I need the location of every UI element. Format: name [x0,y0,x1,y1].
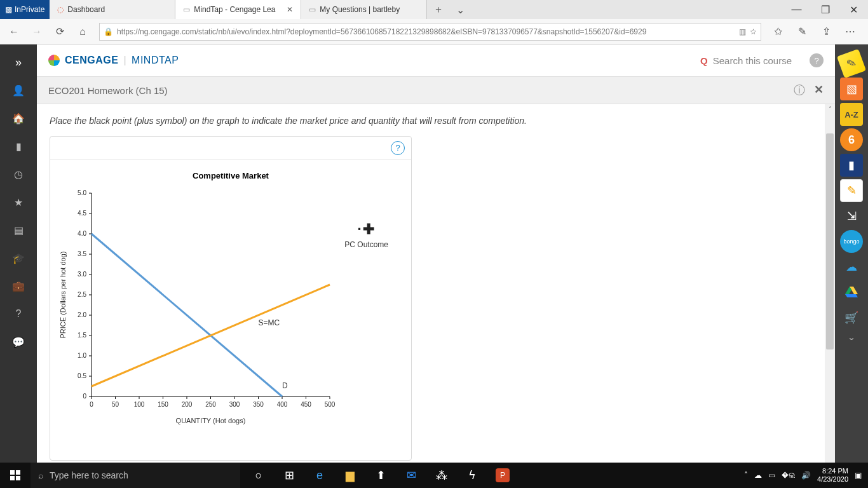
address-bar[interactable]: 🔒 https://ng.cengage.com/static/nb/ui/ev… [99,23,761,41]
rail-compass-icon[interactable]: ◷ [0,160,37,188]
taskbar-clock[interactable]: 8:24 PM 4/23/2020 [817,467,848,484]
edge-icon[interactable]: e [305,463,334,488]
windows-taskbar: ⌕ Type here to search ○ ⊞ e ▆ ⬆ ✉ ⁂ ϟ P … [0,463,868,488]
bongo-tool-icon[interactable]: bongo [840,230,863,253]
info-icon[interactable]: ⓘ [794,83,805,98]
favorites-hub-icon[interactable]: ✩ [768,22,788,42]
rail-collapse-icon[interactable]: ˇ [840,332,863,355]
tray-cloud-icon[interactable]: ☁ [754,471,762,480]
window-close-button[interactable]: ✕ [839,0,868,19]
nav-home-button[interactable]: ⌂ [72,22,93,42]
left-nav-rail: » 👤 🏠 ▮ ◷ ★ ▤ 🎓 💼 ? 💬 [0,44,37,463]
rail-home-icon[interactable]: 🏠 [0,104,37,132]
legend-pc-outcome[interactable]: ·✚ PC Outcome [344,222,388,249]
rail-expand-button[interactable]: » [0,48,37,76]
highlighter-tool-icon[interactable]: ✎ [837,49,866,78]
rail-profile-icon[interactable]: 👤 [0,76,37,104]
close-assignment-icon[interactable]: ✕ [814,83,824,98]
reading-view-icon[interactable]: ▥ [739,27,746,36]
graph-help-button[interactable]: ? [391,141,405,155]
svg-text:5.0: 5.0 [78,189,86,196]
svg-text:4.5: 4.5 [78,210,86,217]
scrollbar-thumb[interactable] [826,133,834,349]
rail-briefcase-icon[interactable]: 💼 [0,272,37,300]
window-minimize-button[interactable]: — [782,0,811,19]
svg-text:1.0: 1.0 [78,352,86,359]
tab-favicon: ◌ [57,5,64,14]
browser-tab-1[interactable]: ▭ MindTap - Cengage Lea ✕ [175,0,301,19]
svg-marker-52 [845,294,858,297]
browser-tab-0[interactable]: ◌ Dashboard [50,0,175,19]
mail-icon[interactable]: ✉ [397,463,426,488]
google-drive-tool-icon[interactable] [840,281,863,304]
svg-text:400: 400 [277,401,288,408]
tray-wifi-icon[interactable]: �ଲ [782,471,795,480]
rail-star-icon[interactable]: ★ [0,188,37,216]
rail-grad-icon[interactable]: 🎓 [0,244,37,272]
window-maximize-button[interactable]: ❐ [811,0,839,19]
more-icon[interactable]: ⋯ [840,22,860,42]
notes-tool-icon[interactable]: ✎ [840,179,863,202]
svg-text:3.5: 3.5 [78,250,86,257]
store-icon[interactable]: ⬆ [366,463,395,488]
nav-refresh-button[interactable]: ⟳ [50,22,70,42]
rail-book-icon[interactable]: ▮ [0,132,37,160]
tray-battery-icon[interactable]: ▭ [768,471,775,480]
tray-chevron-icon[interactable]: ˄ [744,471,748,480]
cengage-logo-icon [48,55,60,66]
share-icon[interactable]: ⇪ [816,22,836,42]
new-tab-button[interactable]: ＋ [427,0,450,19]
cast-tool-icon[interactable]: ⇲ [840,205,863,227]
taskbar-search[interactable]: ⌕ Type here to search [31,463,240,488]
help-button[interactable]: ? [810,53,824,67]
file-explorer-icon[interactable]: ▆ [336,463,365,488]
chart-canvas[interactable]: 00.51.01.52.02.53.03.54.04.55.0050100150… [57,187,336,428]
rail-help-icon[interactable]: ? [0,300,37,328]
course-search[interactable]: Q Search this course [700,55,792,66]
svg-text:2.5: 2.5 [78,291,86,298]
svg-text:0.5: 0.5 [78,372,86,379]
tray-volume-icon[interactable]: 🔊 [801,471,811,480]
brand-block: CENGAGE | MINDTAP [48,55,179,66]
inprivate-icon: ▩ [5,5,12,14]
rail-openbook-icon[interactable]: ▤ [0,216,37,244]
notifications-icon[interactable]: ▣ [855,471,862,480]
svg-text:300: 300 [229,401,240,408]
favorite-star-icon[interactable]: ☆ [750,27,757,36]
windows-logo-icon [10,470,20,480]
dropbox-icon[interactable]: ⁂ [427,463,456,488]
brand-product: MINDTAP [132,55,179,66]
glossary-tool-icon[interactable]: A-Z [840,103,863,126]
app-icon-1[interactable]: ϟ [458,463,487,488]
search-icon: Q [700,55,708,66]
tabs-chevron-icon[interactable]: ⌄ [450,0,471,19]
circle-tool-icon[interactable]: 6 [840,128,863,151]
taskbar-search-placeholder: Type here to search [50,470,128,480]
cortana-icon[interactable]: ○ [244,463,273,488]
cart-tool-icon[interactable]: 🛒 [840,306,863,329]
rss-tool-icon[interactable]: ▧ [840,78,863,100]
svg-text:250: 250 [205,401,216,408]
powerpoint-icon[interactable]: P [496,468,510,482]
nav-back-button[interactable]: ← [4,22,24,42]
start-button[interactable] [0,463,31,488]
rail-chat-icon[interactable]: 💬 [0,328,37,356]
tab-favicon: ▭ [309,5,316,14]
tab-close-icon[interactable]: ✕ [287,5,293,14]
browser-tab-2[interactable]: ▭ My Questions | bartleby [301,0,427,19]
brand-separator: | [123,55,126,66]
cloud-tool-icon[interactable]: ☁ [840,255,863,278]
scroll-up-arrow-icon[interactable]: ˄ [825,104,835,112]
search-icon: ⌕ [38,470,43,480]
tab-title: My Questions | bartleby [320,5,400,14]
tab-title: Dashboard [67,5,105,14]
svg-text:50: 50 [112,401,119,408]
task-view-icon[interactable]: ⊞ [275,463,304,488]
flashcards-tool-icon[interactable]: ▮ [840,154,863,177]
plus-symbol-icon: ·✚ [344,222,388,236]
notes-icon[interactable]: ✎ [792,22,812,42]
url-text: https://ng.cengage.com/static/nb/ui/evo/… [117,27,735,36]
right-tool-rail: ✎ ▧ A-Z 6 ▮ ✎ ⇲ bongo ☁ 🛒 ˇ [835,44,868,463]
nav-forward-button[interactable]: → [27,22,47,42]
svg-text:0: 0 [83,393,86,400]
